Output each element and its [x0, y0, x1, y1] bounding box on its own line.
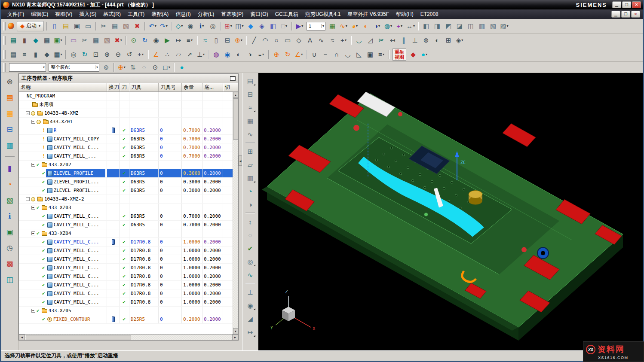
offset-button[interactable]: ∥	[399, 35, 409, 46]
point-button[interactable]: +▾	[338, 35, 349, 46]
tree-expander[interactable]: −	[31, 120, 35, 124]
horizontal-scroll-thumb[interactable]	[26, 335, 131, 340]
roles-button[interactable]: ⊛	[5, 76, 15, 87]
toolbar-grip[interactable]	[3, 50, 6, 59]
scroll-down-icon[interactable]: ▼	[233, 328, 238, 334]
line-button[interactable]: ╱	[249, 35, 259, 46]
unite-button[interactable]: ∪	[309, 49, 319, 60]
touch-panel-button[interactable]: ◫	[5, 274, 15, 285]
coolant-button[interactable]: ∿	[245, 270, 256, 280]
process-assistant-button[interactable]: ◔	[5, 179, 15, 189]
program-order-button[interactable]: ≡	[19, 49, 30, 60]
navigator-row[interactable]: !CAVITY_MILL_...✔D63R500.70000.2000	[19, 152, 233, 161]
menu-item-0[interactable]: 文件(F)	[4, 9, 28, 19]
navigator-row[interactable]: ✔CAVITY_MILL_C...✔D17R0.801.00000.2000	[19, 289, 233, 298]
immediate-hide-button[interactable]: ◑	[245, 49, 255, 60]
wcs-dynamic-button[interactable]: ⊕	[271, 49, 282, 60]
mirror-button[interactable]: ◐	[432, 35, 442, 46]
marquee-button[interactable]: ◻▾	[161, 62, 172, 73]
menu-item-9[interactable]: 首选项(P)	[218, 9, 247, 19]
curvature-button[interactable]: ≈	[245, 102, 256, 113]
close-button[interactable]: ✕	[632, 1, 641, 8]
rectangle-button[interactable]: ▭	[282, 35, 293, 46]
generate-toolpath-button[interactable]: ⊙	[129, 35, 139, 46]
print-button[interactable]: ▭	[83, 21, 93, 31]
fit-view-button[interactable]: ⊡	[91, 49, 101, 60]
selection-scope-combo[interactable]: 整个装配▾	[49, 63, 99, 72]
invert-display-button[interactable]: ◒▾	[256, 49, 266, 60]
feed-rate-button[interactable]: ≈	[200, 35, 210, 46]
tree-expander[interactable]: −	[26, 111, 30, 115]
tool-axis-button[interactable]: ↕	[245, 216, 256, 227]
point-set-button[interactable]: ∴	[162, 49, 172, 60]
paste-button[interactable]: ▧	[121, 21, 131, 31]
corner-button[interactable]: ◢	[245, 313, 256, 324]
information-button[interactable]: ℹ▾	[196, 21, 207, 31]
view-back-button[interactable]: ▧	[488, 21, 498, 31]
draft-analysis-button[interactable]: ∿	[245, 129, 256, 139]
tool-display-button[interactable]: ▯	[211, 35, 221, 46]
toolbar-grip[interactable]	[3, 22, 6, 30]
sketch-button[interactable]: ◉	[185, 21, 196, 31]
vertical-scroll-thumb[interactable]	[233, 98, 238, 140]
point-on-curve-button[interactable]: ⊙	[150, 62, 160, 73]
column-header-3[interactable]: 刀具	[129, 83, 159, 91]
navigator-row[interactable]: ✔FIXED_CONTOUR✔D25R500.20000.2000	[19, 315, 233, 324]
start-menu-button[interactable]: ◆启动▾	[17, 21, 44, 31]
palette-button[interactable]: ▩	[5, 259, 15, 269]
column-header-0[interactable]: 名称	[19, 83, 107, 91]
extend-button[interactable]: ↤	[387, 35, 398, 46]
menu-item-7[interactable]: 信息(I)	[172, 9, 194, 19]
navigator-row[interactable]: ✔CAVITY_MILL_C...✔D17R0.801.00000.2000	[19, 255, 233, 264]
gauge-button[interactable]: ◉	[245, 300, 256, 310]
view-trimetric-button[interactable]: ◧	[421, 21, 431, 31]
circle-button[interactable]: ○	[271, 35, 282, 46]
geometry-view-button[interactable]: ◆	[42, 49, 52, 60]
tree-expander[interactable]: −	[26, 197, 30, 201]
create-operation-button[interactable]: ▣▾	[53, 35, 63, 46]
object-display-button[interactable]: ◉	[222, 49, 233, 60]
toolbar-grip[interactable]	[3, 63, 6, 72]
navigator-row[interactable]: ✔CAVITY_MILL_C...✔D17R0.801.00000.2000	[19, 264, 233, 272]
navigator-row[interactable]: −10433-4B-XMZ	[19, 109, 233, 118]
scroll-left-icon[interactable]: ◄	[19, 335, 25, 340]
column-header-1[interactable]: 换刀	[107, 83, 120, 91]
tree-expander[interactable]: −	[31, 309, 35, 313]
navigator-view-button[interactable]: ▤	[8, 49, 18, 60]
work-layer-field[interactable]: 1▾	[307, 22, 325, 30]
probe-button[interactable]: ⊥	[245, 287, 256, 297]
pattern-button[interactable]: ⊞	[443, 35, 454, 46]
wireframe-view-button[interactable]: ◈	[257, 21, 267, 31]
open-file-button[interactable]: ▤	[61, 21, 71, 31]
machine-tool-view-button[interactable]: ▮	[31, 49, 41, 60]
menu-item-4[interactable]: 格式(R)	[100, 9, 124, 19]
column-header-7[interactable]: 切	[223, 83, 238, 91]
background-color-button[interactable]: □▾	[279, 21, 289, 31]
child-close-button[interactable]: ✕	[631, 11, 640, 18]
navigator-row[interactable]: !CAVITY_MILL_C...✔D63R500.70000.2000	[19, 143, 233, 152]
link-button[interactable]: ⊚	[101, 62, 111, 73]
column-header-4[interactable]: 刀具号	[159, 83, 182, 91]
tree-expander[interactable]: −	[31, 163, 35, 167]
find-object-button[interactable]: ◎	[68, 49, 79, 60]
replay-toolpath-button[interactable]: ↻	[140, 35, 150, 46]
cut-object-button[interactable]: ✂	[80, 35, 90, 46]
menu-item-15[interactable]: ET2008	[417, 9, 442, 19]
collapse-panel-button[interactable]: ◀	[239, 155, 242, 166]
copy-object-button[interactable]: ▦	[91, 35, 101, 46]
thread-button[interactable]: ≡▾	[376, 49, 386, 60]
edge-blend-button[interactable]: ◡	[343, 49, 353, 60]
spline-button[interactable]: ∿	[316, 35, 326, 46]
navigator-row[interactable]: ✔ZLEVEL_PROFIL...✔D63R500.30000.2000	[19, 186, 233, 195]
check-geometry-button[interactable]: ✔	[245, 243, 256, 253]
project-button[interactable]: ⊥	[410, 35, 420, 46]
tree-expander[interactable]: −	[31, 231, 35, 235]
navigator-row[interactable]: −✔433-XZ02	[19, 161, 233, 169]
menu-item-2[interactable]: 视图(V)	[52, 9, 76, 19]
spindle-button[interactable]: ◎	[245, 256, 256, 267]
navigator-row[interactable]: ✔CAVITY_MILL_C...✔D17R0.801.00000.2000	[19, 246, 233, 255]
navigator-row[interactable]: ✔ZLEVEL_PROFILE✔D63R500.30000.2000	[19, 169, 233, 178]
studio-view-button[interactable]: ◧	[268, 21, 278, 31]
hd3d-tools-button[interactable]: ℹ	[5, 211, 15, 221]
csys-button[interactable]: ⊥▾	[196, 49, 206, 60]
